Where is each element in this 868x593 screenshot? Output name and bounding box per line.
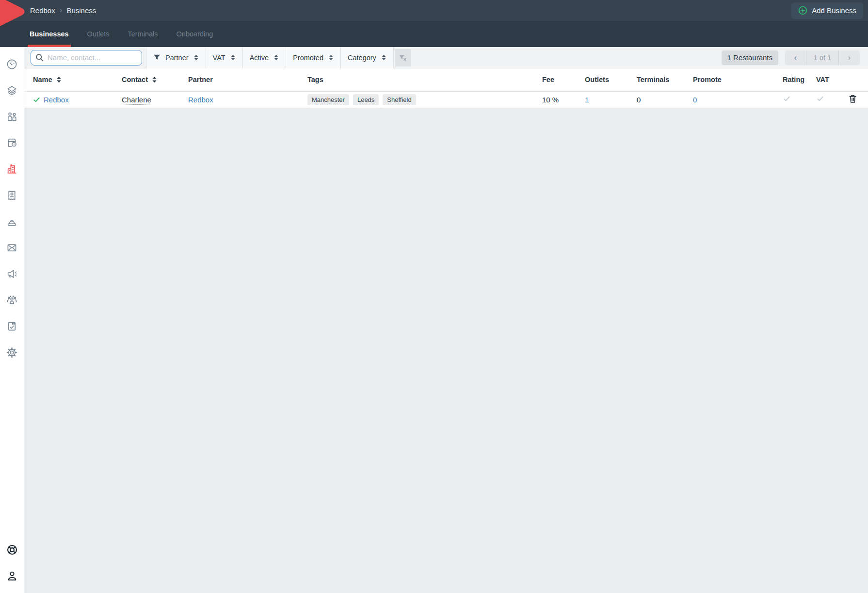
- pagination-prev-button[interactable]: ‹: [785, 50, 806, 65]
- delete-business-button[interactable]: [849, 94, 857, 103]
- filter-active-dropdown[interactable]: Active: [243, 47, 287, 68]
- sort-arrows-icon: [273, 54, 279, 61]
- tab-outlets[interactable]: Outlets: [85, 21, 112, 47]
- top-header: Redbox › Business Add Business Businesse…: [0, 0, 868, 47]
- filter-toolbar: Partner VAT Active Promoted: [146, 47, 411, 68]
- filter-vat-dropdown[interactable]: VAT: [206, 47, 243, 68]
- column-header-terminals: Terminals: [637, 68, 693, 91]
- tab-businesses[interactable]: Businesses: [28, 21, 71, 47]
- sort-arrows-icon: [230, 54, 236, 61]
- column-header-rating: Rating: [781, 68, 814, 91]
- breadcrumb: Redbox › Business: [30, 6, 96, 15]
- outlets-store-icon[interactable]: [0, 130, 24, 156]
- column-header-name[interactable]: Name: [24, 68, 122, 91]
- results-count-badge: 1 Restaurants: [722, 50, 778, 65]
- vat-check-icon: [816, 95, 824, 102]
- pagination-next-button[interactable]: ›: [838, 50, 860, 65]
- table-row: Redbox Charlene Redbox Manchester Leeds …: [24, 91, 868, 108]
- active-check-icon: [33, 96, 40, 103]
- column-header-outlets: Outlets: [585, 68, 637, 91]
- add-business-button[interactable]: Add Business: [791, 2, 863, 19]
- tabs-bar: Businesses Outlets Terminals Onboarding: [0, 21, 868, 47]
- filter-vat-label: VAT: [213, 54, 225, 62]
- settings-gear-icon[interactable]: [0, 339, 24, 365]
- partners-icon[interactable]: [0, 103, 24, 130]
- plus-circle-icon: [798, 6, 807, 15]
- businesses-table: Name Contact: [24, 68, 868, 108]
- messages-mail-icon[interactable]: [0, 234, 24, 261]
- breadcrumb-bar: Redbox › Business Add Business: [0, 0, 868, 21]
- tags-list: Manchester Leeds Sheffield: [307, 94, 542, 105]
- column-name-label: Name: [33, 76, 52, 83]
- breadcrumb-root[interactable]: Redbox: [30, 6, 55, 15]
- column-contact-label: Contact: [122, 76, 148, 83]
- column-header-partner: Partner: [188, 68, 307, 91]
- fee-value: 10 %: [542, 91, 585, 108]
- breadcrumb-separator-icon: ›: [60, 6, 63, 15]
- filter-category-label: Category: [348, 54, 376, 62]
- dashboard-icon[interactable]: [0, 51, 24, 77]
- funnel-icon: [153, 54, 161, 61]
- sort-arrows-icon: [193, 54, 199, 61]
- support-lifering-icon[interactable]: [0, 537, 24, 563]
- layers-icon[interactable]: [0, 77, 24, 103]
- register-bell-icon[interactable]: [0, 208, 24, 234]
- filter-promoted-dropdown[interactable]: Promoted: [286, 47, 341, 68]
- search-box: [31, 50, 142, 66]
- funnel-clear-icon: [399, 54, 407, 62]
- clear-filters-button[interactable]: [395, 49, 411, 66]
- account-person-icon[interactable]: [0, 563, 24, 589]
- breadcrumb-current: Business: [66, 6, 96, 15]
- filter-partner-label: Partner: [165, 54, 189, 62]
- rating-check-icon: [783, 95, 791, 102]
- column-header-vat: VAT: [814, 68, 849, 91]
- filter-active-label: Active: [250, 54, 269, 62]
- tasks-clipboard-icon[interactable]: [0, 313, 24, 339]
- sort-arrows-icon: [152, 76, 157, 83]
- business-name-link[interactable]: Redbox: [44, 96, 69, 104]
- terminals-count: 0: [637, 91, 693, 108]
- partner-link[interactable]: Redbox: [188, 96, 213, 104]
- sort-arrows-icon: [328, 54, 334, 61]
- tag-pill: Leeds: [353, 94, 379, 105]
- marketing-megaphone-icon[interactable]: [0, 261, 24, 287]
- filter-row: Partner VAT Active Promoted: [24, 47, 868, 68]
- search-input[interactable]: [31, 50, 142, 66]
- businesses-icon-active[interactable]: [0, 156, 24, 182]
- outlets-count-link[interactable]: 1: [585, 96, 589, 104]
- table-header-row: Name Contact: [24, 68, 868, 91]
- promote-count-link[interactable]: 0: [693, 96, 697, 104]
- filter-promoted-label: Promoted: [293, 54, 323, 62]
- search-icon: [35, 53, 44, 64]
- column-header-actions: [849, 68, 868, 91]
- column-header-tags: Tags: [307, 68, 542, 91]
- pagination: ‹ 1 of 1 ›: [785, 50, 860, 65]
- tab-terminals[interactable]: Terminals: [126, 21, 160, 47]
- sort-arrows-icon: [56, 76, 62, 83]
- column-header-promote: Promote: [693, 68, 781, 91]
- customers-receipt-icon[interactable]: [0, 182, 24, 208]
- filter-category-dropdown[interactable]: Category: [341, 47, 394, 68]
- sidebar: [0, 47, 24, 593]
- sort-arrows-icon: [381, 54, 386, 61]
- teams-group-icon[interactable]: [0, 287, 24, 313]
- contact-name[interactable]: Charlene: [122, 96, 151, 105]
- tag-pill: Manchester: [307, 94, 349, 105]
- main-content: Partner VAT Active Promoted: [24, 47, 868, 593]
- add-business-label: Add Business: [812, 6, 856, 15]
- filter-partner-dropdown[interactable]: Partner: [146, 47, 206, 68]
- trash-icon: [849, 94, 857, 103]
- column-header-fee: Fee: [542, 68, 585, 91]
- tag-pill: Sheffield: [383, 94, 416, 105]
- pagination-label: 1 of 1: [806, 50, 838, 65]
- tab-onboarding[interactable]: Onboarding: [175, 21, 215, 47]
- column-header-contact[interactable]: Contact: [122, 68, 188, 91]
- businesses-table-wrap: Name Contact: [24, 68, 868, 108]
